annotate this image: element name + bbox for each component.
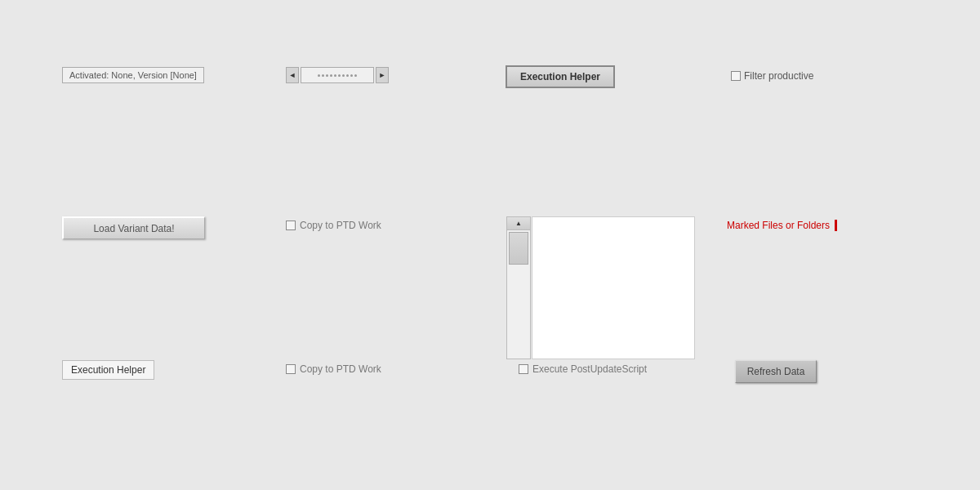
load-variant-button[interactable]: Load Variant Data!	[62, 216, 205, 239]
execute-postupdate-container: Execute PostUpdateScript	[519, 363, 647, 375]
execute-postupdate-label: Execute PostUpdateScript	[532, 363, 647, 375]
slider-track[interactable]	[301, 67, 374, 83]
filter-productive-container: Filter productive	[731, 70, 813, 82]
execution-helper-label: Execution Helper	[62, 360, 154, 380]
refresh-data-button[interactable]: Refresh Data	[735, 360, 817, 383]
execute-postupdate-checkbox[interactable]	[519, 364, 528, 374]
copy-ptd-work-2-label: Copy to PTD Work	[300, 363, 381, 375]
activated-version-label: Activated: None, Version [None]	[62, 67, 204, 83]
slider-container: ◄ ►	[286, 67, 389, 83]
slider-right-arrow[interactable]: ►	[376, 67, 389, 83]
scroll-thumb-area	[507, 230, 530, 359]
scroll-up-arrow[interactable]: ▲	[507, 217, 530, 230]
copy-ptd-work-2-checkbox[interactable]	[286, 364, 296, 374]
copy-ptd-work-1-container: Copy to PTD Work	[286, 220, 381, 231]
copy-ptd-work-1-checkbox[interactable]	[286, 220, 296, 230]
list-area	[532, 216, 695, 359]
scrollbar[interactable]: ▲	[506, 216, 531, 359]
slider-left-arrow[interactable]: ◄	[286, 67, 299, 83]
scroll-thumb[interactable]	[509, 232, 528, 265]
filter-productive-checkbox[interactable]	[731, 71, 741, 81]
copy-ptd-work-2-container: Copy to PTD Work	[286, 363, 381, 375]
execution-helper-button[interactable]: Execution Helper	[506, 65, 615, 88]
filter-productive-label: Filter productive	[744, 70, 813, 82]
copy-ptd-work-1-label: Copy to PTD Work	[300, 220, 381, 231]
marked-files-label: Marked Files or Folders	[727, 220, 837, 231]
slider-dots	[318, 74, 357, 77]
